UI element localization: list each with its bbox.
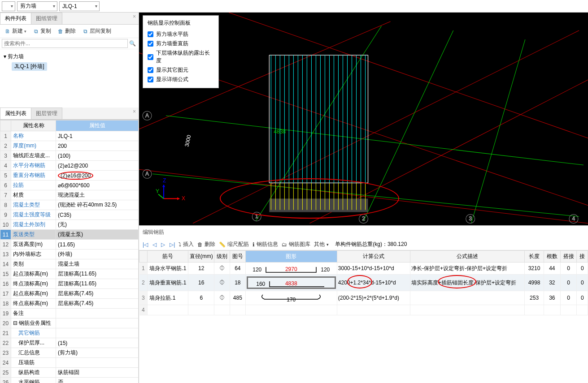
total-weight: 单构件钢筋总重(kg)：380.120 [335, 241, 407, 248]
top-toolbar: 剪力墙 JLQ-1 [0, 0, 588, 13]
svg-marker-75 [177, 197, 180, 200]
delete-button[interactable]: 🗑删除 [56, 26, 78, 36]
tab-component-list[interactable]: 构件列表 [0, 13, 31, 24]
props-row[interactable]: 19备注 [0, 309, 139, 318]
props-row[interactable]: 5垂直分布钢筋(2)⌀16@200 [0, 171, 139, 181]
viewport-3d[interactable]: A A 1 2 3 4 [139, 13, 588, 225]
props-row[interactable]: 6拉筋⌀6@600*600 [0, 181, 139, 190]
props-row[interactable]: 24 压墙筋 [0, 358, 139, 368]
props-row[interactable]: 18终点底标高(m)层底标高(7.45) [0, 299, 139, 309]
panel-title: 钢筋显示控制面板 [148, 19, 214, 27]
checkbox[interactable] [148, 41, 153, 47]
display-option[interactable]: 剪力墙水平筋 [148, 30, 214, 39]
lib-button[interactable]: 🗂钢筋图库 [282, 241, 310, 248]
nav-last[interactable]: ▷| [170, 241, 175, 248]
info-icon: ℹ [253, 241, 255, 248]
props-row[interactable]: 14类别混凝土墙 [0, 259, 139, 269]
tab-drawing-mgmt[interactable]: 图纸管理 [31, 13, 62, 24]
new-button[interactable]: 🗎新建▾ [3, 26, 28, 36]
tab-layer[interactable]: 图层管理 [31, 108, 62, 119]
props-row[interactable]: 12泵送高度(m)(11.65) [0, 240, 139, 250]
rebar-row[interactable]: 1墙身水平钢筋.112⏀6412012029703000-15+10*d-15+… [139, 263, 588, 275]
props-row[interactable]: 11泵送类型(混凝土泵) [0, 230, 139, 240]
props-row[interactable]: 7材质现浇混凝土 [0, 190, 139, 200]
props-row[interactable]: 13内/外墙标志(外墙) [0, 250, 139, 259]
svg-line-8 [471, 39, 525, 223]
checkbox[interactable] [148, 77, 153, 82]
svg-text:2: 2 [362, 215, 365, 222]
props-table: 属性名称 属性值 1名称JLQ-12厚度(mm)2003轴线距左墙皮...(10… [0, 120, 139, 383]
delete-button[interactable]: 🗑删除 [197, 241, 215, 248]
rebar-row[interactable]: 2墙身垂直钢筋.116⏀1816048384200+1.2*34*d-15+10… [139, 275, 588, 291]
tree-item-jlq1[interactable]: JLQ-1 [外墙] [12, 62, 47, 71]
tree-root[interactable]: ▾ 剪力墙 [4, 52, 135, 61]
svg-text:3: 3 [469, 215, 472, 222]
floor-copy-icon: ⧉ [82, 28, 88, 34]
dropdown-item[interactable]: JLQ-1 [59, 1, 100, 11]
props-row[interactable]: 16终点顶标高(m)层顶标高(11.65) [0, 279, 139, 289]
props-row[interactable]: 1名称JLQ-1 [0, 131, 139, 141]
props-row[interactable]: 20⊟ 钢筋业务属性 [0, 318, 139, 328]
scale-button[interactable]: 📏缩尺配筋 [219, 241, 249, 248]
nav-prev[interactable]: ◁ [152, 241, 157, 248]
info-button[interactable]: ℹ钢筋信息 [253, 241, 278, 248]
search-row: 🔍 [0, 38, 139, 49]
props-row[interactable]: 25 纵筋构造纵筋锚固 [0, 368, 139, 378]
copy-icon: ⧉ [33, 28, 39, 34]
props-row[interactable]: 4水平分布钢筋(2)⌀12@200 [0, 161, 139, 171]
props-row[interactable]: 17起点底标高(m)层底标高(7.45) [0, 289, 139, 299]
insert-button[interactable]: ⤵插入 [179, 241, 194, 248]
ruler-icon: 📏 [219, 241, 226, 248]
props-row[interactable]: 23 汇总信息(剪力墙) [0, 348, 139, 358]
props-row[interactable]: 21 其它钢筋 [0, 328, 139, 338]
close-icon[interactable]: × [130, 108, 139, 119]
display-option[interactable]: 显示详细公式 [148, 75, 214, 84]
display-option[interactable]: 显示其它图元 [148, 65, 214, 75]
rebar-display-panel[interactable]: 钢筋显示控制面板 剪力墙水平筋剪力墙垂直筋下层墙体纵筋的露出长度显示其它图元显示… [143, 15, 219, 88]
component-toolbar: 🗎新建▾ ⧉复制 🗑删除 ⧉层间复制 [0, 25, 139, 38]
other-button[interactable]: 其他▾ [314, 241, 329, 248]
props-row[interactable]: 15起点顶标高(m)层顶标高(11.65) [0, 269, 139, 279]
nav-next[interactable]: ▷ [161, 241, 165, 248]
dropdown-category[interactable]: 剪力墙 [17, 1, 57, 11]
checkbox[interactable] [148, 67, 153, 73]
search-input[interactable] [2, 39, 128, 48]
insert-icon: ⤵ [179, 241, 181, 248]
dropdown-blank[interactable] [2, 1, 15, 11]
props-row[interactable]: 2厚度(mm)200 [0, 141, 139, 151]
props-row[interactable]: 22 保护层厚...(15) [0, 338, 139, 348]
props-row[interactable]: 8混凝土类型(现浇砼 碎石40mm 32.5) [0, 200, 139, 210]
props-row[interactable]: 9混凝土强度等级(C35) [0, 210, 139, 220]
tab-props[interactable]: 属性列表 [0, 108, 31, 119]
rebar-row[interactable]: 3墙身拉筋.16⏀485170(200-2*15)+2*(5*d+1.9*d)2… [139, 291, 588, 305]
rebar-row[interactable]: 4 [139, 305, 588, 315]
annotation-ellipse [220, 178, 399, 219]
rebar-editor-toolbar: |◁ ◁ ▷ ▷| ⤵插入 🗑删除 📏缩尺配筋 ℹ钢筋信息 🗂钢筋图库 其他▾ … [139, 239, 588, 250]
svg-text:A: A [145, 171, 149, 177]
copy-button[interactable]: ⧉复制 [31, 26, 53, 36]
svg-text:X: X [182, 195, 185, 202]
display-option[interactable]: 剪力墙垂直筋 [148, 39, 214, 48]
nav-first[interactable]: |◁ [143, 241, 148, 248]
close-icon[interactable]: × [130, 13, 139, 24]
svg-marker-77 [162, 184, 165, 187]
col-name: 属性名称 [11, 120, 56, 131]
search-icon[interactable]: 🔍 [128, 40, 137, 47]
component-panel-tabs: 构件列表 图纸管理 × [0, 13, 139, 25]
checkbox[interactable] [148, 54, 153, 60]
floor-copy-button[interactable]: ⧉层间复制 [80, 26, 113, 36]
props-row[interactable]: 26 水平钢筋...否 [0, 378, 139, 383]
checkbox[interactable] [148, 31, 153, 37]
props-row[interactable]: 10混凝土外加剂(无) [0, 220, 139, 230]
col-value: 属性值 [56, 120, 139, 131]
svg-text:Y: Y [156, 188, 159, 194]
props-row[interactable]: 3轴线距左墙皮...(100) [0, 151, 139, 161]
svg-text:3000: 3000 [183, 134, 192, 147]
display-option[interactable]: 下层墙体纵筋的露出长度 [148, 48, 214, 65]
svg-text:A: A [145, 112, 149, 119]
svg-text:4838: 4838 [274, 129, 286, 135]
svg-line-4 [229, 13, 588, 138]
svg-line-78 [158, 194, 164, 198]
delete-icon: 🗑 [197, 241, 203, 248]
delete-icon: 🗑 [57, 28, 64, 34]
